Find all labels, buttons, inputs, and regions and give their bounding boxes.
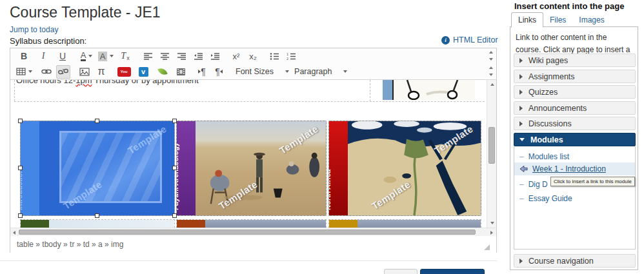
align-left-button[interactable] [141, 50, 155, 63]
cursor-icon [519, 165, 528, 173]
align-center-button[interactable] [157, 50, 172, 63]
superscript-button[interactable]: x² [229, 50, 243, 63]
next-row-image-2[interactable] [176, 219, 327, 228]
office-hours-text: Office hours 12-1pm Thursday or by appoi… [16, 80, 199, 85]
scroll-down-icon[interactable] [487, 72, 495, 77]
caret-down-icon [110, 55, 114, 57]
leaf-icon [157, 66, 167, 76]
resize-handle[interactable] [18, 166, 23, 170]
accordion-quizzes[interactable]: Quizzes [514, 85, 636, 99]
resize-handle[interactable] [95, 213, 99, 218]
cartoon-image-fragment[interactable] [381, 80, 475, 100]
film-icon [176, 68, 186, 76]
module-link-modules-list[interactable]: – Modules list [514, 150, 635, 163]
vertical-scrollbar[interactable] [487, 80, 496, 228]
paragraph-dropdown[interactable]: Paragraph [292, 65, 347, 79]
cancel-button[interactable] [384, 269, 418, 274]
vertical-scrollbar-thumb[interactable] [488, 127, 495, 164]
resize-handle[interactable] [18, 119, 23, 123]
caret-down-icon [28, 70, 32, 73]
font-sizes-dropdown[interactable]: Font Sizes [233, 65, 289, 79]
svg-text:1: 1 [287, 52, 288, 56]
chevron-right-icon [519, 74, 523, 79]
bold-button[interactable]: B [15, 50, 32, 63]
caret-down-icon [343, 70, 347, 73]
horizontal-scrollbar-thumb[interactable] [19, 230, 476, 235]
underline-button[interactable]: U [54, 50, 71, 63]
scroll-down-icon[interactable] [487, 219, 496, 228]
modules-list-panel: – Modules list Week 1 - Introduction – D… [514, 146, 636, 250]
background-color-button[interactable]: A [97, 50, 114, 63]
toolbar-row-2: π You v ¶ ¶ Font Sizes [10, 64, 496, 79]
update-syllabus-button[interactable] [420, 269, 485, 274]
bullet-list-button[interactable] [267, 50, 281, 63]
scroll-down-icon[interactable] [487, 57, 495, 62]
commons-button[interactable] [154, 65, 171, 79]
resize-handle[interactable] [18, 213, 23, 218]
scroll-up-icon[interactable] [487, 50, 495, 55]
next-row-image-3[interactable] [328, 219, 481, 228]
clear-formatting-button[interactable]: Tx [117, 50, 134, 63]
tab-files[interactable]: Files [543, 13, 572, 27]
ltr-button[interactable]: ¶ [195, 65, 209, 79]
resize-handle[interactable] [95, 119, 99, 123]
jump-to-today-link[interactable]: Jump to today [10, 25, 58, 34]
numbered-list-button[interactable]: 12 [284, 50, 298, 63]
indent-button[interactable] [208, 50, 222, 63]
subscript-button[interactable]: x₂ [246, 50, 260, 63]
editor-statusbar: table » tbody » tr » td » a » img [10, 236, 496, 253]
horizontal-scrollbar[interactable] [10, 228, 496, 236]
tab-images[interactable]: Images [572, 13, 610, 27]
toolbar-row-1: B I U A A Tx [10, 48, 496, 64]
module-link-essay-guide[interactable]: – Essay Guide [514, 192, 635, 205]
scroll-left-icon[interactable] [11, 230, 17, 235]
module-link-week1-introduction[interactable]: Week 1 - Introduction [514, 162, 635, 175]
syllabus-label: Syllabus description: [10, 36, 86, 46]
accordion-course-navigation[interactable]: Course navigation [514, 254, 636, 268]
scroll-up-icon[interactable] [487, 80, 496, 89]
dash-icon: – [519, 194, 524, 203]
info-icon: i [441, 36, 450, 44]
accordion-assignments[interactable]: Assignments [514, 70, 636, 83]
bullet-list-icon [270, 52, 279, 61]
align-right-button[interactable] [174, 50, 188, 63]
misspelled-word: 1pm [75, 80, 92, 85]
youtube-button[interactable]: You [116, 65, 132, 79]
arrow-left-icon [220, 70, 223, 73]
rtl-button[interactable]: ¶ [212, 65, 226, 79]
editor-content-area[interactable]: Office hours 12-1pm Thursday or by appoi… [10, 80, 496, 228]
resize-handle[interactable] [172, 166, 177, 170]
scroll-right-icon[interactable] [488, 230, 495, 235]
accordion-announcements[interactable]: Announcements [514, 101, 636, 115]
resize-grip-icon[interactable] [484, 244, 490, 250]
resize-handle[interactable] [172, 213, 177, 218]
italic-button[interactable]: I [35, 50, 52, 63]
cartoon-art [381, 80, 475, 100]
insert-image-button[interactable] [77, 65, 92, 79]
vimeo-button[interactable]: v [135, 65, 152, 79]
tab-links[interactable]: Links [511, 12, 543, 28]
svg-text:2: 2 [287, 57, 288, 61]
accordion-discussions[interactable]: Discussions [514, 117, 636, 130]
week1-image-cell[interactable]: Week 1Introduction Template Template [20, 121, 175, 216]
next-row-image-1[interactable] [20, 219, 175, 228]
satellite-photo: Template Template [348, 121, 481, 215]
chevron-right-icon [519, 259, 523, 264]
week2-image-cell[interactable]: Week 2Fayum Archaeology [176, 121, 327, 216]
scroll-up-icon[interactable] [487, 65, 495, 70]
chevron-right-icon [519, 106, 523, 111]
accordion-wiki-pages[interactable]: Wiki pages [514, 54, 636, 67]
text-color-button[interactable]: A [78, 50, 95, 63]
insert-link-button[interactable] [39, 65, 54, 79]
week2-band: Week 2Fayum Archaeology [177, 121, 196, 215]
table-button[interactable] [15, 65, 32, 79]
week3-image-cell[interactable]: Week 3North Africa [328, 121, 481, 216]
remove-link-button[interactable] [56, 65, 70, 79]
chevron-right-icon [519, 90, 523, 95]
html-editor-toggle[interactable]: i HTML Editor [441, 35, 498, 44]
equation-button[interactable]: π [94, 65, 108, 79]
media-button[interactable] [174, 65, 188, 79]
outdent-button[interactable] [191, 50, 205, 63]
resize-handle[interactable] [172, 119, 177, 123]
accordion-modules[interactable]: Modules [514, 133, 636, 146]
